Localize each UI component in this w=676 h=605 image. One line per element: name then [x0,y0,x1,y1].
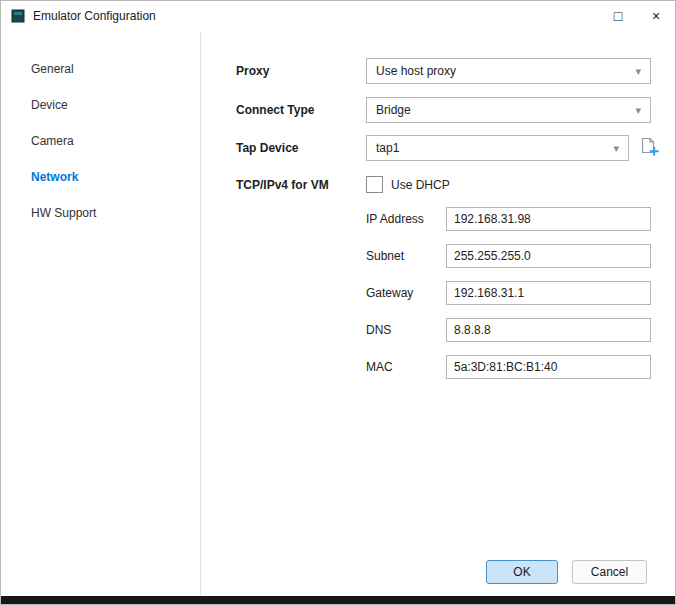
sidebar: General Device Camera Network HW Support [1,31,201,596]
cancel-button[interactable]: Cancel [572,560,647,584]
chevron-down-icon: ▾ [613,142,619,155]
title-bar: Emulator Configuration □ × [1,1,675,31]
tap-device-label: Tap Device [236,141,366,155]
connect-type-row: Connect Type Bridge ▾ [236,97,651,123]
subnet-row: Subnet [366,244,651,268]
sidebar-item-hw-support[interactable]: HW Support [1,195,200,231]
use-dhcp-label: Use DHCP [391,178,450,192]
sidebar-item-camera[interactable]: Camera [1,123,200,159]
gateway-row: Gateway [366,281,651,305]
chevron-down-icon: ▾ [635,104,641,117]
close-button[interactable]: × [637,1,675,31]
tcp-ipv4-label: TCP/IPv4 for VM [236,178,366,192]
window-title: Emulator Configuration [33,9,156,23]
tap-device-dropdown-value: tap1 [376,141,399,155]
ip-address-field[interactable] [446,207,651,231]
tap-device-row: Tap Device tap1 ▾ [236,135,660,161]
mac-label: MAC [366,360,446,374]
sidebar-item-network[interactable]: Network [1,159,200,195]
gateway-field[interactable] [446,281,651,305]
window-controls: □ × [599,1,675,31]
connect-type-dropdown[interactable]: Bridge ▾ [366,97,651,123]
dialog-footer: OK Cancel [486,560,647,584]
connect-type-label: Connect Type [236,103,366,117]
ip-address-label: IP Address [366,212,446,226]
new-file-plus-icon [639,137,659,160]
mac-row: MAC [366,355,651,379]
proxy-label: Proxy [236,64,366,78]
dns-field[interactable] [446,318,651,342]
sidebar-item-label: Camera [31,134,74,148]
subnet-field[interactable] [446,244,651,268]
mac-field[interactable] [446,355,651,379]
sidebar-item-general[interactable]: General [1,51,200,87]
dns-label: DNS [366,323,446,337]
use-dhcp-checkbox[interactable] [366,176,383,193]
tap-device-dropdown[interactable]: tap1 ▾ [366,135,629,161]
tcp-ipv4-row: TCP/IPv4 for VM Use DHCP [236,176,450,193]
maximize-button[interactable]: □ [599,1,637,31]
network-settings-panel: Proxy Use host proxy ▾ Connect Type Brid… [201,31,675,596]
add-tap-device-button[interactable] [638,137,660,159]
sidebar-item-device[interactable]: Device [1,87,200,123]
sidebar-item-label: Network [31,170,78,184]
sidebar-item-label: General [31,62,74,76]
proxy-row: Proxy Use host proxy ▾ [236,58,651,84]
sidebar-item-label: HW Support [31,206,96,220]
gateway-label: Gateway [366,286,446,300]
subnet-label: Subnet [366,249,446,263]
ip-address-row: IP Address [366,207,651,231]
close-icon: × [652,8,660,24]
connect-type-dropdown-value: Bridge [376,103,411,117]
dialog-body: General Device Camera Network HW Support… [1,31,675,596]
proxy-dropdown[interactable]: Use host proxy ▾ [366,58,651,84]
maximize-icon: □ [614,8,622,24]
chevron-down-icon: ▾ [635,65,641,78]
emulator-configuration-dialog: Emulator Configuration □ × General Devic… [0,0,676,605]
proxy-dropdown-value: Use host proxy [376,64,456,78]
dns-row: DNS [366,318,651,342]
app-icon [11,9,25,23]
ok-button[interactable]: OK [486,560,558,584]
sidebar-item-label: Device [31,98,68,112]
window-bottom-edge [1,596,675,604]
